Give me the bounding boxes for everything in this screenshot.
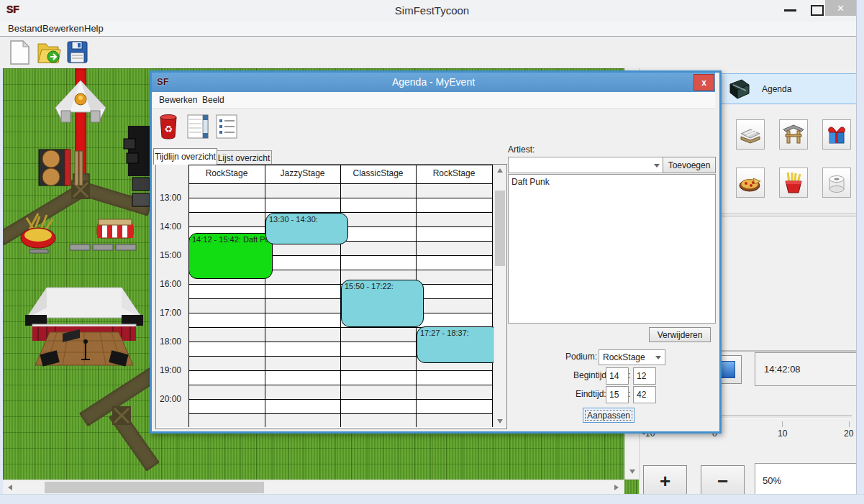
main-toolbar: [0, 37, 864, 68]
dialog-toolbar: ♻: [152, 108, 715, 145]
item-button-toilet-paper[interactable]: [822, 168, 851, 198]
scroll-left-icon[interactable]: [8, 485, 12, 490]
open-file-button[interactable]: [36, 40, 62, 65]
timeline-scroll-thumb[interactable]: [495, 191, 505, 266]
tent-structure[interactable]: [53, 79, 109, 125]
timeline-view-button[interactable]: [186, 114, 209, 139]
app-window: { "window": { "logo": "SF", "title": "Si…: [0, 0, 864, 504]
grid-line: [188, 165, 189, 427]
column-header-rockstage2: RockStage: [416, 168, 492, 178]
time-colon: :: [628, 389, 630, 399]
time-label: 16:00: [160, 279, 181, 289]
new-file-button[interactable]: [7, 40, 32, 65]
timeline-scroll-up-icon[interactable]: [497, 168, 503, 173]
item-button-road[interactable]: [736, 119, 765, 150]
maximize-button[interactable]: [811, 5, 824, 16]
grid-line: [265, 165, 265, 427]
schedule-event[interactable]: 17:27 - 18:37:: [417, 326, 500, 363]
end-hour-value: 15: [609, 390, 619, 400]
time-gutter: [156, 165, 188, 427]
save-floppy-icon: [66, 40, 89, 65]
minus-icon: −: [717, 470, 728, 492]
save-file-button[interactable]: [66, 40, 89, 65]
scroll-right-icon[interactable]: [614, 485, 619, 490]
begin-hour-input[interactable]: 14: [606, 367, 629, 385]
end-minute-input[interactable]: 42: [633, 386, 656, 403]
time-label: 20:00: [160, 394, 181, 404]
item-button-gate[interactable]: [779, 119, 808, 150]
timeline-scroll-down-icon[interactable]: [497, 419, 503, 423]
list-view-button[interactable]: [215, 114, 238, 139]
apply-button[interactable]: Aanpassen: [583, 408, 635, 423]
remove-button[interactable]: Verwijderen: [649, 327, 711, 342]
artist-label: Artiest:: [508, 145, 535, 155]
dialog-titlebar[interactable]: SF Agenda - MyEvent x: [152, 73, 715, 92]
begin-hour-value: 14: [609, 371, 619, 381]
podium-dropdown[interactable]: RockStage: [599, 349, 665, 365]
svg-text:♻: ♻: [164, 124, 173, 134]
dialog-close-icon: x: [701, 78, 706, 87]
column-header-rockstage: RockStage: [188, 168, 265, 178]
zoom-level-field[interactable]: 50%: [755, 463, 864, 498]
column-header-jazzystage: JazzyStage: [265, 168, 340, 178]
fries-stand[interactable]: [18, 212, 60, 255]
dialog-close-button[interactable]: x: [694, 74, 714, 91]
h-scroll-thumb[interactable]: [45, 482, 264, 493]
fries-icon: [783, 171, 804, 194]
agenda-dialog: SF Agenda - MyEvent x Bewerken Beeld ♻: [150, 70, 722, 434]
begin-minute-input[interactable]: 12: [633, 367, 656, 385]
schedule-event[interactable]: 13:30 - 14:30:: [265, 213, 348, 244]
add-artist-button[interactable]: Toevoegen: [663, 157, 716, 173]
scroll-down-icon[interactable]: [629, 469, 635, 474]
agenda-button[interactable]: Agenda: [718, 73, 857, 104]
speaker-tower[interactable]: [121, 126, 153, 209]
artist-dropdown[interactable]: [508, 157, 664, 173]
chevron-down-icon: [654, 164, 660, 168]
tab-label: Lijst overzicht: [218, 153, 270, 163]
zoom-in-button[interactable]: +: [643, 465, 687, 498]
podium-label: Podium:: [565, 352, 597, 362]
bullet-list-icon: [215, 114, 238, 139]
delete-event-button[interactable]: ♻: [158, 114, 179, 139]
zoom-out-button[interactable]: −: [701, 465, 745, 498]
open-folder-icon: [36, 40, 62, 65]
burger-stand[interactable]: [33, 148, 83, 188]
bench-planks: [68, 243, 140, 252]
close-icon: ✕: [837, 3, 845, 14]
tab-lijst-overzicht[interactable]: Lijst overzicht: [216, 150, 272, 165]
main-stage[interactable]: [25, 286, 143, 371]
striped-stand[interactable]: [96, 218, 135, 241]
menu-help[interactable]: Help: [78, 22, 110, 35]
dialog-menu-beeld[interactable]: Beeld: [202, 95, 224, 105]
new-file-icon: [7, 40, 32, 65]
path-junction: [112, 406, 131, 425]
road-tile-icon: [739, 124, 762, 145]
main-window-title: SimFestTycoon: [0, 4, 864, 17]
minimize-button[interactable]: [784, 9, 796, 12]
agenda-book-icon: [727, 78, 752, 100]
agenda-button-label: Agenda: [762, 84, 791, 94]
artist-listbox[interactable]: Daft Punk: [508, 174, 716, 324]
main-titlebar: SF SimFestTycoon ✕: [0, 0, 864, 22]
tab-tijdlijn-overzicht[interactable]: Tijdlijn overzicht: [153, 148, 217, 165]
end-time-label: Eindtijd:: [576, 389, 606, 399]
schedule-event[interactable]: 14:12 - 15:42: Daft Punk: [188, 233, 273, 279]
schedule-event[interactable]: 15:50 - 17:22:: [341, 280, 424, 327]
dialog-menu-bewerken[interactable]: Bewerken: [159, 95, 197, 105]
add-artist-label: Toevoegen: [668, 160, 711, 170]
end-hour-input[interactable]: 15: [606, 386, 629, 403]
tab-label: Tijdlijn overzicht: [155, 152, 216, 162]
time-label: 17:00: [160, 308, 181, 318]
item-button-pizza[interactable]: [736, 168, 765, 198]
item-button-fries[interactable]: [779, 168, 808, 198]
game-horizontal-scrollbar[interactable]: [3, 480, 624, 494]
item-button-gift[interactable]: [822, 119, 851, 150]
close-button[interactable]: ✕: [825, 0, 856, 16]
podium-dropdown-value: RockStage: [603, 352, 645, 362]
dialog-menubar: Bewerken Beeld: [152, 92, 715, 109]
zoom-level-value: 50%: [763, 475, 781, 486]
begin-time-label: Begintijd:: [573, 370, 609, 380]
artist-list-item[interactable]: Daft Punk: [511, 177, 550, 187]
trash-icon: ♻: [158, 114, 179, 139]
timeline-scrollbar[interactable]: [494, 165, 506, 427]
